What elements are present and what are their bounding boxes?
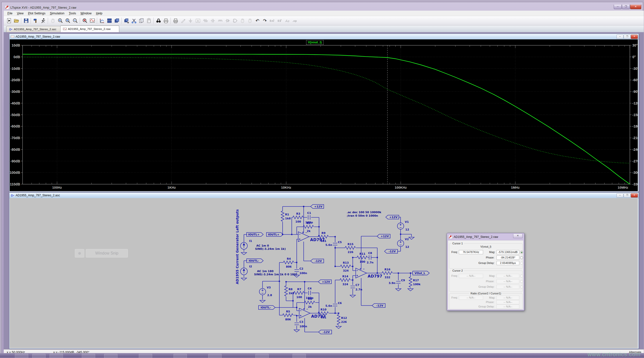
taskbar-item[interactable] <box>104 354 118 358</box>
paste-button[interactable] <box>145 17 152 24</box>
run-button[interactable] <box>5 17 13 24</box>
cursor2-freq-field[interactable]: -- N/A-- <box>459 274 483 278</box>
app-titlebar[interactable]: LTspice XVII - AD1955_Amp_797_Stereo_2.r… <box>4 5 644 11</box>
schematic-canvas[interactable]: IOUTL+IOUTL+IOUTL-IOUTL-+12V-12V+12V-12V… <box>10 198 638 348</box>
zoom-area-button[interactable] <box>64 17 72 24</box>
taskbar-item[interactable] <box>82 354 95 358</box>
place-text-button[interactable]: Aa <box>283 17 291 24</box>
waveform-window-titlebar[interactable]: AD1955_Amp_797_Stereo_2.raw ─ ❐ ✕ <box>10 34 638 40</box>
zoom-in-button[interactable] <box>56 17 64 24</box>
cursor2-gd-radio[interactable] <box>520 285 523 288</box>
svg-text:100n: 100n <box>300 272 307 275</box>
taskbar[interactable] <box>0 353 644 358</box>
plot-close-button[interactable]: ✕ <box>631 35 638 39</box>
taskbar-item[interactable] <box>139 354 152 358</box>
trace-label[interactable]: V(vout_l) <box>306 40 324 45</box>
taskbar-item[interactable] <box>32 354 46 358</box>
mirror-button[interactable]: Em <box>268 17 276 24</box>
drag-button[interactable] <box>246 17 254 24</box>
plot-restore-button[interactable]: ❐ <box>624 35 630 39</box>
menu-simulation[interactable]: Simulation <box>48 11 66 15</box>
taskbar-item[interactable] <box>50 354 63 358</box>
svg-text:-30dB: -30dB <box>10 90 20 94</box>
cut-button[interactable] <box>130 17 138 24</box>
undo-button[interactable]: ↶ <box>254 17 261 24</box>
cursor2-mag-field[interactable]: -- N/A-- <box>496 274 519 278</box>
menu-file[interactable]: File <box>5 11 15 15</box>
place-resistor-button[interactable] <box>202 17 209 24</box>
rotate-button[interactable]: E∃ <box>276 17 283 24</box>
menu-view[interactable]: View <box>15 11 26 15</box>
autorange-button[interactable] <box>88 17 96 24</box>
spice-directive-button[interactable]: .op <box>291 17 298 24</box>
place-ground-button[interactable] <box>187 17 194 24</box>
cursor1-gd-radio[interactable] <box>520 262 523 265</box>
minimize-button[interactable]: ─ <box>614 5 622 9</box>
bode-plot[interactable]: 10dB30°0dB0°-10dB-30°-20dB-60°-30dB-90°-… <box>10 39 638 191</box>
zoom-out-button[interactable] <box>72 17 79 24</box>
redo-button[interactable]: ↷ <box>261 17 268 24</box>
cursor2-mag-radio[interactable] <box>520 275 523 278</box>
menu-tools[interactable]: Tools <box>67 11 78 15</box>
cursor1-gd-field[interactable]: 2.6546989µs <box>496 261 519 265</box>
taskbar-item[interactable] <box>292 354 306 358</box>
svg-text:-12V: -12V <box>323 331 330 334</box>
taskbar-item[interactable] <box>15 354 28 358</box>
tile-vertical-button[interactable] <box>113 17 120 24</box>
mark-data-points-button[interactable] <box>98 17 106 24</box>
cursor1-freq-field[interactable]: 76.54787KHz <box>459 250 483 254</box>
place-component-button[interactable] <box>231 17 239 24</box>
print-preview-button[interactable] <box>172 17 179 24</box>
cursor1-phase-radio[interactable] <box>520 256 523 259</box>
ratio-phase-field[interactable]: -- N/A-- <box>496 300 519 304</box>
pan-button[interactable] <box>49 17 56 24</box>
menu-window[interactable]: Window <box>78 11 94 15</box>
cursor1-phase-field[interactable]: -84.214028° <box>496 255 519 260</box>
cursor-dialog[interactable]: AD1955_Amp_797_Stereo_2.raw ✕ Cursor 1 V… <box>447 233 524 311</box>
cursor2-phase-radio[interactable] <box>520 280 523 283</box>
svg-text:R16: R16 <box>384 268 390 271</box>
taskbar-item[interactable] <box>255 354 269 358</box>
control-panel-button[interactable] <box>32 17 40 24</box>
ratio-gd-field[interactable]: -- N/A-- <box>496 305 519 309</box>
close-button[interactable]: ✕ <box>630 5 641 9</box>
maximize-button[interactable]: ❐ <box>622 5 630 9</box>
taskbar-item[interactable] <box>208 354 222 358</box>
zoom-full-extents-button[interactable] <box>81 17 88 24</box>
cursor-dialog-titlebar[interactable]: AD1955_Amp_797_Stereo_2.raw ✕ <box>448 234 524 240</box>
save-button[interactable] <box>22 17 30 24</box>
tab-waveform[interactable]: AD1955_Amp_797_Stereo_2.raw <box>60 25 119 32</box>
toolbar-separator <box>31 17 31 24</box>
schematic-minimize-button[interactable]: ─ <box>616 193 624 197</box>
place-label-button[interactable]: A <box>194 17 202 24</box>
cursor2-phase-field[interactable]: -- N/A-- <box>496 279 519 283</box>
place-diode-button[interactable] <box>224 17 231 24</box>
cursor1-mag-field[interactable]: -579.13651mdB <box>496 250 519 254</box>
schematic-window-titlebar[interactable]: AD1955_Amp_797_Stereo_2.asc ─ ❐ ✕ <box>10 193 638 198</box>
window-title: LTspice XVII - AD1955_Amp_797_Stereo_2.r… <box>10 6 76 9</box>
tile-horizontal-button[interactable] <box>106 17 113 24</box>
cascade-windows-button[interactable] <box>123 17 130 24</box>
copy-button[interactable] <box>138 17 145 24</box>
move-button[interactable] <box>239 17 246 24</box>
tab-schematic[interactable]: AD1955_Amp_797_Stereo_2.asc <box>6 26 65 32</box>
plot-minimize-button[interactable]: ─ <box>616 35 624 39</box>
taskbar-item[interactable] <box>174 354 187 358</box>
dialog-close-button[interactable]: ✕ <box>513 234 522 238</box>
menu-plot-settings[interactable]: Plot Settings <box>26 11 48 15</box>
schematic-close-button[interactable]: ✕ <box>631 193 638 197</box>
ratio-mag-field[interactable]: -- N/A-- <box>496 296 519 300</box>
place-capacitor-button[interactable] <box>209 17 216 24</box>
open-button[interactable] <box>13 17 20 24</box>
svg-text:2k: 2k <box>307 229 311 233</box>
place-inductor-button[interactable] <box>216 17 224 24</box>
ratio-freq-field[interactable]: -- N/A-- <box>459 296 483 300</box>
print-button[interactable] <box>162 17 170 24</box>
find-button[interactable] <box>155 17 162 24</box>
draw-wire-button[interactable] <box>179 17 187 24</box>
cursor1-mag-radio[interactable] <box>520 251 523 254</box>
cursor2-gd-field[interactable]: -- N/A-- <box>496 285 519 289</box>
menu-help[interactable]: Help <box>94 11 104 15</box>
halt-button[interactable] <box>40 17 47 24</box>
schematic-restore-button[interactable]: ❐ <box>624 193 630 197</box>
